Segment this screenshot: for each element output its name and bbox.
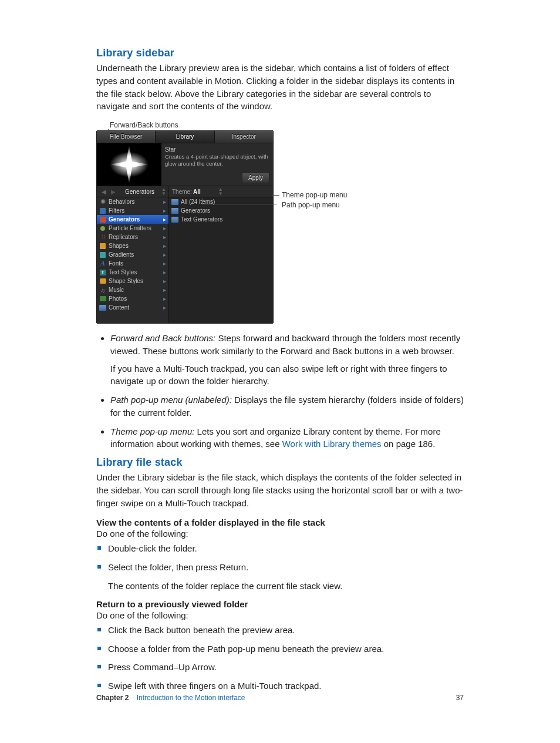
category-label: Behaviors [109, 199, 163, 205]
category-label: Photos [109, 295, 163, 302]
page-footer: Chapter 2 Introduction to the Motion int… [96, 694, 464, 702]
forward-button[interactable]: ▶ [109, 189, 118, 195]
category-label: Shapes [109, 243, 163, 249]
theme-stepper-icon[interactable]: ▲▼ [218, 187, 225, 196]
category-label: Replicators [109, 234, 163, 240]
category-particle-emitters[interactable]: Particle Emitters▸ [97, 224, 168, 233]
category-label: Text Styles [109, 269, 163, 275]
inline-link[interactable]: Work with Library themes [282, 439, 382, 449]
p-library-sidebar: Underneath the Library preview area is t… [96, 62, 464, 113]
chevron-right-icon: ▸ [163, 251, 166, 258]
bullet-sub: If you have a Multi-Touch trackpad, you … [110, 362, 464, 388]
chevron-right-icon: ▸ [163, 243, 166, 249]
callout-forward-back: Forward/Back buttons [109, 121, 350, 129]
bullet-tail: on page 186. [382, 439, 436, 449]
category-icon: ⠿ [99, 234, 106, 240]
category-list[interactable]: ✺Behaviors▸Filters▸Generators▸Particle E… [97, 197, 169, 323]
chevron-right-icon: ▸ [163, 216, 166, 223]
nav-stepper-icon[interactable]: ▲▼ [161, 187, 168, 196]
category-photos[interactable]: Photos▸ [97, 294, 168, 303]
folder-icon [171, 207, 178, 214]
step-item: Click the Back button beneath the previe… [108, 624, 464, 637]
bullet-term: Forward and Back buttons: [110, 333, 215, 343]
category-label: Generators [109, 216, 163, 223]
preview-description: Creates a 4-point star-shaped object, wi… [165, 153, 269, 168]
category-icon [99, 225, 106, 231]
category-shape-styles[interactable]: Shape Styles▸ [97, 277, 168, 285]
bullet-item: Path pop-up menu (unlabeled): Displays t… [110, 394, 464, 419]
subfolder-list[interactable]: All (24 items)GeneratorsText Generators [169, 197, 273, 323]
chevron-right-icon: ▸ [163, 287, 166, 293]
category-icon: ♫ [99, 287, 106, 293]
category-label: Music [109, 287, 163, 293]
chevron-right-icon: ▸ [163, 278, 166, 284]
category-label: Gradients [109, 251, 163, 258]
folder-icon [171, 199, 178, 205]
chevron-right-icon: ▸ [163, 260, 166, 267]
category-icon [99, 216, 106, 223]
category-music[interactable]: ♫Music▸ [97, 285, 168, 294]
category-text-styles[interactable]: TText Styles▸ [97, 268, 168, 277]
category-icon: A [99, 260, 106, 267]
subfolder-item[interactable]: All (24 items) [169, 197, 273, 206]
category-content[interactable]: Content▸ [97, 303, 168, 312]
category-label: Content [109, 304, 163, 311]
callout-path: Path pop-up menu [282, 201, 340, 209]
step-item: Choose a folder from the Path pop-up men… [108, 643, 464, 655]
task2-head: Return to a previously viewed folder [96, 599, 464, 609]
tab-library[interactable]: Library [156, 131, 214, 143]
category-icon [99, 207, 106, 214]
category-filters[interactable]: Filters▸ [97, 206, 168, 215]
nav-current-folder[interactable]: Generators [118, 189, 161, 195]
category-behaviors[interactable]: ✺Behaviors▸ [97, 197, 168, 206]
subfolder-item[interactable]: Generators [169, 206, 273, 215]
chevron-right-icon: ▸ [163, 225, 166, 231]
h-library-file-stack: Library file stack [96, 456, 464, 469]
task1-lead: Do one of the following: [96, 529, 464, 539]
bullet-term: Theme pop-up menu: [110, 426, 194, 436]
theme-popup-value[interactable]: All [193, 189, 201, 195]
footer-page: 37 [456, 694, 464, 702]
theme-popup-label: Theme: [172, 189, 192, 195]
apply-button[interactable]: Apply [242, 172, 269, 183]
chevron-right-icon: ▸ [163, 234, 166, 240]
folder-icon [171, 216, 178, 223]
category-label: Fonts [109, 260, 163, 267]
category-replicators[interactable]: ⠿Replicators▸ [97, 233, 168, 241]
chevron-right-icon: ▸ [163, 269, 166, 275]
tab-file-browser[interactable]: File Browser [97, 131, 156, 143]
category-label: Shape Styles [109, 278, 163, 284]
p-library-file-stack: Under the Library sidebar is the file st… [96, 471, 464, 509]
task1-after: The contents of the folder replace the c… [108, 581, 464, 591]
back-button[interactable]: ◀ [99, 189, 109, 195]
footer-title: Introduction to the Motion interface [137, 694, 245, 702]
task2-lead: Do one of the following: [96, 610, 464, 620]
category-label: Particle Emitters [109, 225, 163, 231]
category-icon [99, 295, 106, 302]
footer-chapter: Chapter 2 [96, 694, 129, 702]
task1-head: View the contents of a folder displayed … [96, 517, 464, 527]
category-icon: T [99, 269, 106, 275]
library-panel: File Browser Library Inspector [96, 130, 274, 324]
h-library-sidebar: Library sidebar [96, 47, 464, 59]
category-label: Filters [109, 207, 163, 214]
category-gradients[interactable]: Gradients▸ [97, 250, 168, 259]
preview-title: Star [165, 146, 269, 153]
chevron-right-icon: ▸ [163, 295, 166, 302]
category-fonts[interactable]: AFonts▸ [97, 259, 168, 268]
category-icon: ✺ [99, 199, 106, 205]
chevron-right-icon: ▸ [163, 199, 166, 205]
category-generators[interactable]: Generators▸ [97, 215, 168, 224]
bullet-item: Forward and Back buttons: Steps forward … [110, 332, 464, 388]
figure: Forward/Back buttons Theme pop-up menu P… [96, 121, 350, 324]
preview-thumbnail [97, 143, 161, 186]
star-icon [109, 144, 150, 185]
chevron-right-icon: ▸ [163, 304, 166, 311]
step-item: Select the folder, then press Return. [108, 561, 464, 574]
category-shapes[interactable]: Shapes▸ [97, 241, 168, 250]
bullet-item: Theme pop-up menu: Lets you sort and org… [110, 425, 464, 451]
callout-theme: Theme pop-up menu [282, 191, 347, 199]
subfolder-label: Generators [181, 207, 271, 214]
subfolder-item[interactable]: Text Generators [169, 215, 273, 224]
tab-inspector[interactable]: Inspector [215, 131, 273, 143]
